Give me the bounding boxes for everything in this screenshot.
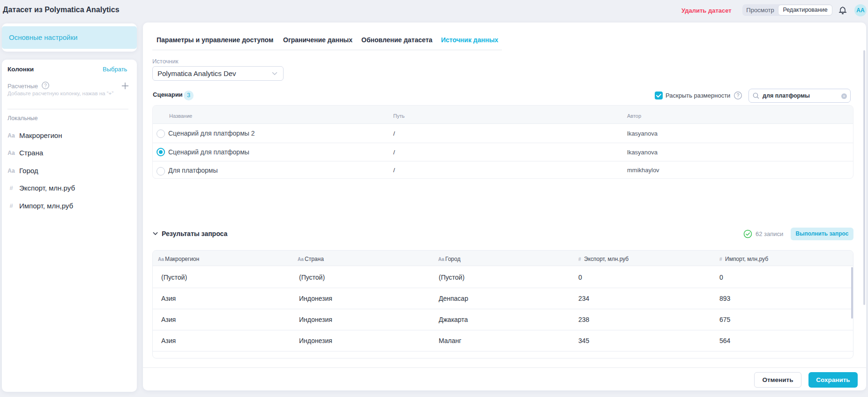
svg-text:?: ? (736, 92, 739, 98)
svg-text:?: ? (44, 83, 47, 88)
